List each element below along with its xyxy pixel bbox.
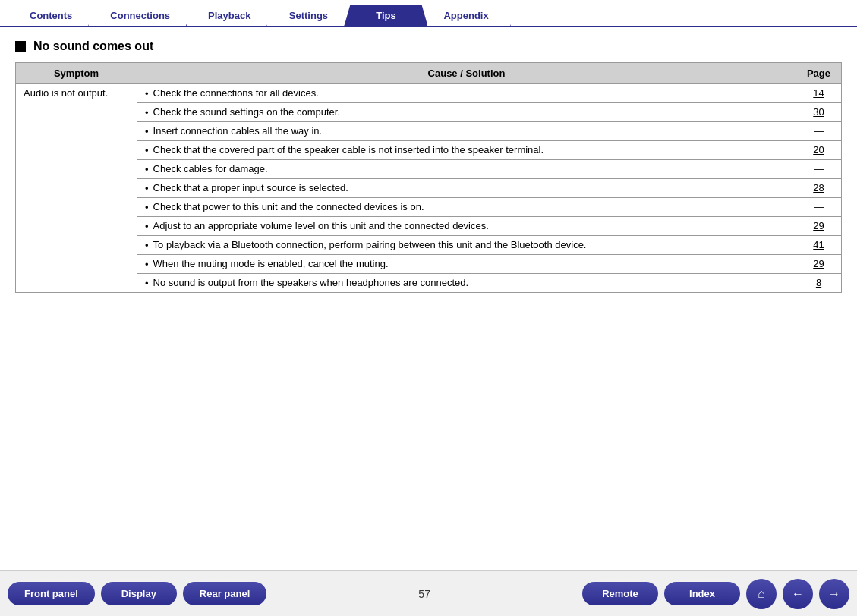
cause-text: To playback via a Bluetooth connection, … [153, 239, 587, 250]
tab-playback[interactable]: Playback [186, 5, 273, 26]
forward-icon: → [828, 587, 840, 601]
tab-settings[interactable]: Settings [266, 5, 350, 26]
back-icon: ← [792, 587, 804, 601]
bullet-icon: • [145, 126, 149, 137]
page-cell: — [796, 122, 842, 141]
tab-connections[interactable]: Connections [88, 5, 192, 26]
cause-text: Adjust to an appropriate volume level on… [153, 220, 489, 231]
tab-navigation: ContentsConnectionsPlaybackSettingsTipsA… [0, 0, 857, 27]
cause-text: Check the sound settings on the computer… [153, 106, 340, 118]
home-button[interactable]: ⌂ [746, 579, 777, 609]
page-number: 57 [418, 588, 430, 600]
back-button[interactable]: ← [783, 579, 813, 609]
bullet-icon: • [145, 240, 149, 251]
tab-tips[interactable]: Tips [344, 5, 427, 26]
symptom-cell: Audio is not output. [16, 84, 137, 293]
cause-cell: •Check the sound settings on the compute… [137, 103, 796, 122]
cause-text: Check the connections for all devices. [153, 87, 319, 99]
cause-text: Check that power to this unit and the co… [153, 201, 424, 212]
cause-cell: •Check that a proper input source is sel… [137, 179, 796, 198]
index-button[interactable]: Index [664, 582, 740, 605]
bottom-bar-right: Remote Index ⌂ ← → [582, 579, 849, 609]
rear-panel-button[interactable]: Rear panel [183, 582, 266, 605]
bullet-icon: • [145, 145, 149, 156]
main-content: No sound comes out Symptom Cause / Solut… [0, 27, 857, 570]
page-cell[interactable]: 20 [796, 141, 842, 160]
cause-text: Check that the covered part of the speak… [153, 144, 544, 156]
page-cell: — [796, 160, 842, 179]
cause-cell: •When the muting mode is enabled, cancel… [137, 255, 796, 274]
dash-indicator: — [814, 201, 824, 212]
page-cell[interactable]: 41 [796, 236, 842, 255]
cause-text: When the muting mode is enabled, cancel … [153, 258, 389, 269]
symptom-table: Symptom Cause / Solution Page Audio is n… [15, 62, 842, 293]
cause-text: No sound is output from the speakers whe… [153, 277, 469, 288]
page-link[interactable]: 29 [813, 220, 824, 231]
cause-text: Check cables for damage. [153, 163, 268, 174]
page-cell[interactable]: 28 [796, 179, 842, 198]
cause-text: Check that a proper input source is sele… [153, 182, 348, 193]
dash-indicator: — [814, 125, 824, 137]
bullet-icon: • [145, 164, 149, 175]
page-link[interactable]: 8 [816, 277, 821, 288]
cause-cell: •Check that power to this unit and the c… [137, 198, 796, 217]
cause-cell: •Adjust to an appropriate volume level o… [137, 217, 796, 236]
page-cell[interactable]: 14 [796, 84, 842, 103]
page-cell[interactable]: 29 [796, 255, 842, 274]
page-link[interactable]: 20 [813, 144, 824, 156]
cause-text: Insert connection cables all the way in. [153, 125, 323, 137]
tab-contents[interactable]: Contents [8, 5, 94, 26]
bullet-icon: • [145, 221, 149, 232]
page-cell[interactable]: 8 [796, 274, 842, 293]
col-header-symptom: Symptom [16, 63, 137, 84]
bottom-bar: Front panel Display Rear panel 57 Remote… [0, 570, 857, 616]
display-button[interactable]: Display [101, 582, 177, 605]
page-cell: — [796, 198, 842, 217]
cause-cell: •No sound is output from the speakers wh… [137, 274, 796, 293]
page-link[interactable]: 14 [813, 87, 824, 99]
page-cell[interactable]: 30 [796, 103, 842, 122]
bullet-icon: • [145, 202, 149, 213]
section-title: No sound comes out [15, 39, 842, 53]
cause-cell: •To playback via a Bluetooth connection,… [137, 236, 796, 255]
forward-button[interactable]: → [819, 579, 849, 609]
front-panel-button[interactable]: Front panel [8, 582, 95, 605]
bullet-icon: • [145, 259, 149, 270]
dash-indicator: — [814, 163, 824, 174]
page-link[interactable]: 30 [813, 106, 824, 118]
page-link[interactable]: 41 [813, 239, 824, 250]
page-link[interactable]: 29 [813, 258, 824, 269]
cause-cell: •Insert connection cables all the way in… [137, 122, 796, 141]
cause-cell: •Check that the covered part of the spea… [137, 141, 796, 160]
bullet-icon: • [145, 183, 149, 194]
page-cell[interactable]: 29 [796, 217, 842, 236]
cause-cell: •Check the connections for all devices. [137, 84, 796, 103]
tab-appendix[interactable]: Appendix [421, 5, 510, 26]
col-header-cause: Cause / Solution [137, 63, 796, 84]
col-header-page: Page [796, 63, 842, 84]
bottom-bar-left: Front panel Display Rear panel [8, 582, 266, 605]
remote-button[interactable]: Remote [582, 582, 658, 605]
bullet-icon: • [145, 107, 149, 118]
bullet-icon: • [145, 278, 149, 289]
page-link[interactable]: 28 [813, 182, 824, 193]
section-heading: No sound comes out [33, 39, 153, 53]
section-icon [15, 41, 26, 52]
cause-cell: •Check cables for damage. [137, 160, 796, 179]
home-icon: ⌂ [758, 587, 765, 601]
bullet-icon: • [145, 88, 149, 99]
